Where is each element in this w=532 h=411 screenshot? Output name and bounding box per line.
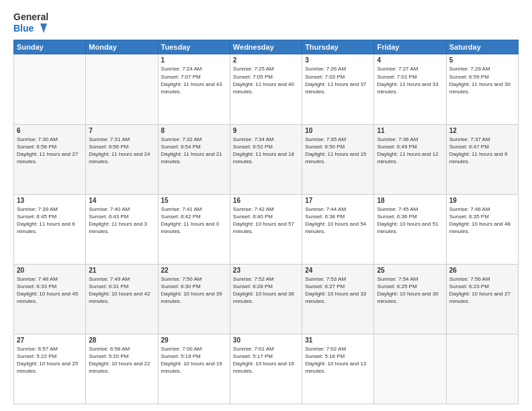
weekday-header-row: SundayMondayTuesdayWednesdayThursdayFrid… — [14, 40, 519, 54]
calendar-cell: 6Sunrise: 7:30 AM Sunset: 6:58 PM Daylig… — [14, 124, 86, 194]
day-number: 3 — [305, 56, 371, 64]
day-number: 4 — [377, 56, 443, 64]
day-number: 23 — [233, 267, 299, 274]
calendar-row-1: 6Sunrise: 7:30 AM Sunset: 6:58 PM Daylig… — [14, 124, 519, 194]
day-number: 6 — [17, 127, 83, 134]
calendar-table: SundayMondayTuesdayWednesdayThursdayFrid… — [13, 40, 519, 404]
day-info: Sunrise: 7:24 AM Sunset: 7:07 PM Dayligh… — [161, 65, 227, 95]
calendar-cell — [446, 334, 518, 404]
calendar-cell: 12Sunrise: 7:37 AM Sunset: 6:47 PM Dayli… — [446, 124, 518, 194]
logo-chevron-icon — [35, 22, 47, 34]
day-info: Sunrise: 7:48 AM Sunset: 6:33 PM Dayligh… — [17, 275, 83, 306]
weekday-header-monday: Monday — [86, 40, 158, 54]
calendar-cell: 25Sunrise: 7:54 AM Sunset: 6:25 PM Dayli… — [374, 264, 446, 334]
day-info: Sunrise: 6:58 AM Sunset: 5:20 PM Dayligh… — [89, 345, 154, 375]
day-info: Sunrise: 7:30 AM Sunset: 6:58 PM Dayligh… — [17, 136, 83, 166]
logo: General Blue — [13, 12, 48, 34]
calendar-cell: 24Sunrise: 7:53 AM Sunset: 6:27 PM Dayli… — [302, 264, 374, 334]
day-number: 27 — [17, 336, 83, 344]
day-info: Sunrise: 7:36 AM Sunset: 6:49 PM Dayligh… — [377, 136, 443, 166]
day-number: 5 — [449, 56, 515, 64]
calendar-cell: 2Sunrise: 7:25 AM Sunset: 7:05 PM Daylig… — [230, 54, 302, 124]
calendar-cell: 15Sunrise: 7:41 AM Sunset: 6:42 PM Dayli… — [158, 194, 230, 264]
day-info: Sunrise: 7:52 AM Sunset: 6:28 PM Dayligh… — [233, 275, 299, 306]
day-number: 16 — [233, 197, 299, 204]
calendar-cell: 23Sunrise: 7:52 AM Sunset: 6:28 PM Dayli… — [230, 264, 302, 334]
calendar-cell: 13Sunrise: 7:39 AM Sunset: 6:45 PM Dayli… — [14, 194, 86, 264]
day-number: 1 — [161, 56, 227, 64]
weekday-header-tuesday: Tuesday — [158, 40, 230, 54]
day-info: Sunrise: 7:02 AM Sunset: 5:16 PM Dayligh… — [305, 345, 371, 375]
weekday-header-wednesday: Wednesday — [230, 40, 302, 54]
day-info: Sunrise: 7:25 AM Sunset: 7:05 PM Dayligh… — [233, 65, 299, 95]
day-info: Sunrise: 7:32 AM Sunset: 6:54 PM Dayligh… — [161, 136, 227, 166]
day-number: 30 — [233, 336, 299, 344]
day-info: Sunrise: 7:00 AM Sunset: 5:19 PM Dayligh… — [161, 345, 227, 375]
day-number: 15 — [161, 197, 227, 204]
calendar-cell: 18Sunrise: 7:45 AM Sunset: 6:36 PM Dayli… — [374, 194, 446, 264]
calendar-cell: 31Sunrise: 7:02 AM Sunset: 5:16 PM Dayli… — [302, 334, 374, 404]
day-info: Sunrise: 7:44 AM Sunset: 6:38 PM Dayligh… — [305, 205, 371, 236]
day-info: Sunrise: 7:26 AM Sunset: 7:03 PM Dayligh… — [305, 65, 371, 95]
day-info: Sunrise: 7:46 AM Sunset: 6:35 PM Dayligh… — [449, 205, 515, 236]
calendar-cell: 7Sunrise: 7:31 AM Sunset: 6:56 PM Daylig… — [86, 124, 158, 194]
weekday-header-friday: Friday — [374, 40, 446, 54]
svg-marker-0 — [40, 24, 47, 33]
calendar-cell: 14Sunrise: 7:40 AM Sunset: 6:43 PM Dayli… — [86, 194, 158, 264]
day-number: 20 — [17, 267, 83, 274]
day-number: 24 — [305, 267, 371, 274]
day-number: 29 — [161, 336, 227, 344]
day-number: 13 — [17, 197, 83, 204]
day-info: Sunrise: 7:42 AM Sunset: 6:40 PM Dayligh… — [233, 205, 299, 236]
weekday-header-saturday: Saturday — [446, 40, 518, 54]
day-number: 18 — [377, 197, 443, 204]
day-number: 12 — [449, 127, 515, 134]
day-info: Sunrise: 7:29 AM Sunset: 6:59 PM Dayligh… — [449, 65, 515, 95]
day-number: 19 — [449, 197, 515, 204]
day-info: Sunrise: 7:41 AM Sunset: 6:42 PM Dayligh… — [161, 205, 227, 236]
calendar-cell — [374, 334, 446, 404]
day-info: Sunrise: 7:40 AM Sunset: 6:43 PM Dayligh… — [89, 205, 154, 236]
calendar-row-0: 1Sunrise: 7:24 AM Sunset: 7:07 PM Daylig… — [14, 54, 519, 124]
logo-blue: Blue — [13, 24, 34, 34]
calendar-cell: 29Sunrise: 7:00 AM Sunset: 5:19 PM Dayli… — [158, 334, 230, 404]
day-info: Sunrise: 7:45 AM Sunset: 6:36 PM Dayligh… — [377, 205, 443, 236]
calendar-cell: 26Sunrise: 7:56 AM Sunset: 6:23 PM Dayli… — [446, 264, 518, 334]
calendar-cell: 19Sunrise: 7:46 AM Sunset: 6:35 PM Dayli… — [446, 194, 518, 264]
logo-wordmark: General Blue — [13, 12, 48, 34]
calendar-row-2: 13Sunrise: 7:39 AM Sunset: 6:45 PM Dayli… — [14, 194, 519, 264]
day-number: 17 — [305, 197, 371, 204]
day-info: Sunrise: 7:53 AM Sunset: 6:27 PM Dayligh… — [305, 275, 371, 306]
day-info: Sunrise: 7:50 AM Sunset: 6:30 PM Dayligh… — [161, 275, 227, 306]
calendar-cell: 20Sunrise: 7:48 AM Sunset: 6:33 PM Dayli… — [14, 264, 86, 334]
day-number: 26 — [449, 267, 515, 274]
day-number: 2 — [233, 56, 299, 64]
day-number: 28 — [89, 336, 154, 344]
calendar-cell — [86, 54, 158, 124]
day-number: 11 — [377, 127, 443, 134]
day-info: Sunrise: 7:01 AM Sunset: 5:17 PM Dayligh… — [233, 345, 299, 375]
day-info: Sunrise: 7:49 AM Sunset: 6:31 PM Dayligh… — [89, 275, 154, 306]
calendar-cell: 27Sunrise: 6:57 AM Sunset: 5:22 PM Dayli… — [14, 334, 86, 404]
logo-general: General — [13, 12, 48, 22]
day-number: 10 — [305, 127, 371, 134]
header: General Blue — [13, 12, 519, 34]
day-number: 9 — [233, 127, 299, 134]
calendar-cell: 5Sunrise: 7:29 AM Sunset: 6:59 PM Daylig… — [446, 54, 518, 124]
day-number: 8 — [161, 127, 227, 134]
day-info: Sunrise: 6:57 AM Sunset: 5:22 PM Dayligh… — [17, 345, 83, 375]
calendar-row-4: 27Sunrise: 6:57 AM Sunset: 5:22 PM Dayli… — [14, 334, 519, 404]
calendar-cell: 8Sunrise: 7:32 AM Sunset: 6:54 PM Daylig… — [158, 124, 230, 194]
day-number: 25 — [377, 267, 443, 274]
day-info: Sunrise: 7:35 AM Sunset: 6:50 PM Dayligh… — [305, 136, 371, 166]
calendar-cell: 30Sunrise: 7:01 AM Sunset: 5:17 PM Dayli… — [230, 334, 302, 404]
day-number: 22 — [161, 267, 227, 274]
calendar-cell: 22Sunrise: 7:50 AM Sunset: 6:30 PM Dayli… — [158, 264, 230, 334]
day-info: Sunrise: 7:39 AM Sunset: 6:45 PM Dayligh… — [17, 205, 83, 236]
calendar-cell: 21Sunrise: 7:49 AM Sunset: 6:31 PM Dayli… — [86, 264, 158, 334]
calendar-cell: 28Sunrise: 6:58 AM Sunset: 5:20 PM Dayli… — [86, 334, 158, 404]
day-info: Sunrise: 7:56 AM Sunset: 6:23 PM Dayligh… — [449, 275, 515, 306]
day-number: 31 — [305, 336, 371, 344]
page: General Blue SundayMondayTuesdayWednesda… — [0, 0, 532, 411]
calendar-cell: 17Sunrise: 7:44 AM Sunset: 6:38 PM Dayli… — [302, 194, 374, 264]
